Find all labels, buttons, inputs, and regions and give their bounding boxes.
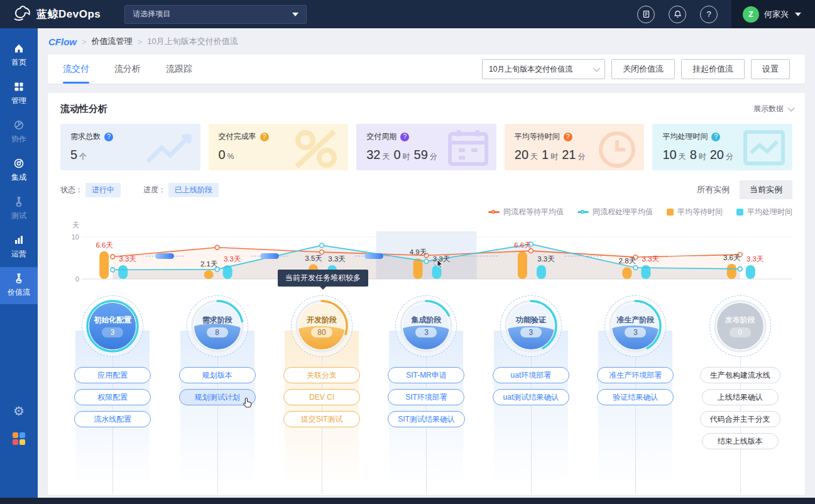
- toolbar-button-2[interactable]: 设置: [751, 59, 790, 79]
- task-pill-3-0[interactable]: SIT-MR申请: [388, 367, 464, 383]
- status-filter-value[interactable]: 进行中: [85, 183, 121, 197]
- task-pill-3-1[interactable]: SIT环境部署: [388, 389, 464, 405]
- sidebar-item-integrate[interactable]: 集成: [0, 152, 38, 189]
- svg-text:6.6天: 6.6天: [514, 241, 532, 249]
- test-icon: [13, 196, 25, 207]
- settings-icon[interactable]: ⚙: [13, 405, 25, 417]
- sidebar-item-manage[interactable]: 管理: [0, 75, 38, 112]
- stat-card-3: 平均等待时间?20天1时21分: [505, 124, 645, 170]
- legend-item-2[interactable]: 平均等待时间: [667, 207, 723, 217]
- instance-toggle-option-0[interactable]: 所有实例: [687, 180, 740, 199]
- toolbar-button-0[interactable]: 关闭价值流: [611, 59, 675, 79]
- legend-item-0[interactable]: 同流程等待平均值: [488, 207, 564, 217]
- help-icon[interactable]: ?: [260, 133, 269, 141]
- breadcrumb-item[interactable]: 价值流管理: [92, 36, 133, 47]
- task-pill-0-1[interactable]: 权限配置: [74, 389, 151, 405]
- task-pill-6-3[interactable]: 结束上线版本: [702, 433, 779, 449]
- task-pill-0-0[interactable]: 应用配置: [74, 367, 151, 383]
- apps-launcher-icon[interactable]: [13, 432, 25, 445]
- stage-circle-5[interactable]: 准生产阶段3: [604, 295, 666, 357]
- stage-circle-3[interactable]: 集成阶段3: [395, 295, 457, 357]
- show-data-toggle[interactable]: 展示数据: [753, 104, 792, 114]
- help-icon[interactable]: ?: [400, 133, 409, 141]
- stat-label: 交付周期: [366, 131, 397, 142]
- task-pill-5-0[interactable]: 准生产环境部署: [597, 367, 674, 383]
- chevron-down-icon: [787, 104, 794, 111]
- stage-circle-6[interactable]: 发布阶段0: [709, 295, 771, 357]
- stage-column-0: 初始化配置3应用配置权限配置流水线配置: [60, 295, 165, 498]
- toolbar-button-1[interactable]: 挂起价值流: [681, 59, 745, 79]
- sidebar-item-value-stream[interactable]: 价值流: [0, 267, 38, 304]
- task-pill-1-0[interactable]: 规划版本: [179, 367, 256, 383]
- svg-text:3.3天: 3.3天: [747, 255, 764, 263]
- sidebar-item-ops[interactable]: 运营: [0, 229, 38, 266]
- chart-and-stages: 天1006.6天3.3天2.1天3.3天3.5天3.3天4.9天3.3天6.6天…: [60, 220, 792, 498]
- task-pill-6-0[interactable]: 生产包构建流水线: [700, 367, 780, 383]
- stat-value: 10天8时20分: [662, 148, 782, 162]
- tab-2[interactable]: 流跟踪: [166, 55, 192, 84]
- svg-text:4.9天: 4.9天: [410, 248, 427, 256]
- legend-item-1[interactable]: 同流程处理平均值: [577, 207, 653, 217]
- app-logo[interactable]: 蓝鲸DevOps: [0, 3, 113, 25]
- stat-label: 交付完成率: [219, 131, 256, 142]
- tab-0[interactable]: 流交付: [63, 55, 89, 84]
- help-icon[interactable]: ?: [711, 133, 720, 141]
- stage-name: 需求阶段: [202, 315, 232, 326]
- whale-logo-icon: [13, 3, 31, 25]
- instance-toggle: 所有实例当前实例: [687, 180, 792, 199]
- task-pill-4-0[interactable]: uat环境部署: [493, 367, 569, 383]
- tabs-bar: 流交付流分析流跟踪 10月上旬版本交付价值流 关闭价值流挂起价值流设置: [48, 55, 805, 84]
- help-icon[interactable]: ?: [564, 133, 572, 141]
- stage-name: 发布阶段: [725, 315, 755, 326]
- stage-water-fill: [89, 303, 136, 349]
- help-icon[interactable]: ?: [104, 133, 113, 141]
- legend-item-3[interactable]: 平均处理时间: [736, 207, 792, 217]
- stage-circle-4[interactable]: 功能验证3: [500, 295, 562, 357]
- status-filter-label: 状态：: [60, 185, 83, 195]
- flow-capsule-icon: [364, 253, 383, 259]
- task-pill-6-2[interactable]: 代码合并主干分支: [700, 411, 780, 427]
- stage-name: 初始化配置: [94, 315, 131, 326]
- user-menu[interactable]: Z 何家兴: [731, 0, 815, 28]
- sidebar-item-home[interactable]: 首页: [0, 37, 38, 74]
- stage-connector-5: [669, 256, 706, 256]
- project-select[interactable]: 请选择项目: [124, 5, 307, 24]
- task-pill-3-2[interactable]: SIT测试结果确认: [388, 411, 465, 427]
- stat-label: 平均处理时间: [662, 131, 708, 142]
- sidebar-item-test[interactable]: 测试: [0, 190, 38, 227]
- breadcrumb: CFlow > 价值流管理 > 10月上旬版本交付价值流: [38, 28, 815, 55]
- project-select-value: 请选择项目: [133, 9, 170, 19]
- task-pill-4-1[interactable]: uat测试结果确认: [493, 389, 569, 405]
- stage-circle-2[interactable]: 开发阶段80: [291, 295, 353, 357]
- bell-icon[interactable]: [669, 6, 686, 23]
- task-pill-5-1[interactable]: 验证结果确认: [597, 389, 674, 405]
- value-stream-icon: [13, 273, 25, 284]
- breadcrumb-app-logo[interactable]: CFlow: [48, 36, 77, 47]
- stage-circle-1[interactable]: 需求阶段8: [187, 295, 248, 357]
- instance-toggle-option-1[interactable]: 当前实例: [740, 180, 792, 199]
- bottom-window-edge: [0, 498, 815, 504]
- stat-value: 20天1时21分: [515, 148, 635, 162]
- task-pill-1-1[interactable]: 规划测试计划: [179, 389, 256, 405]
- task-pill-0-2[interactable]: 流水线配置: [74, 411, 151, 427]
- help-icon[interactable]: ?: [700, 6, 718, 23]
- value-stream-select-value: 10月上旬版本交付价值流: [489, 64, 572, 75]
- integrate-icon: [13, 158, 25, 169]
- stage-tasks: 准生产环境部署验证结果确认: [583, 367, 687, 498]
- sidebar-item-collab[interactable]: 协作: [0, 114, 38, 151]
- stage-count: 0: [730, 327, 751, 337]
- task-pill-2-1[interactable]: DEV CI: [283, 389, 360, 405]
- stat-card-2: 交付周期?32天0时59分: [356, 124, 496, 170]
- task-pill-2-0[interactable]: 关联分支: [283, 367, 360, 383]
- progress-filter-value[interactable]: 已上线阶段: [168, 183, 219, 197]
- task-pill-6-1[interactable]: 上线结果确认: [702, 389, 779, 405]
- stage-circle-0[interactable]: 初始化配置3: [82, 295, 143, 357]
- svg-text:3.3天: 3.3天: [433, 255, 451, 263]
- svg-text:3.3天: 3.3天: [224, 255, 241, 263]
- task-pill-2-2[interactable]: 提交SIT测试: [283, 411, 360, 427]
- home-icon: [13, 43, 25, 54]
- notice-icon[interactable]: [637, 6, 655, 23]
- tab-1[interactable]: 流分析: [114, 55, 141, 84]
- value-stream-select[interactable]: 10月上旬版本交付价值流: [482, 59, 605, 79]
- sidebar-item-label: 管理: [11, 96, 26, 106]
